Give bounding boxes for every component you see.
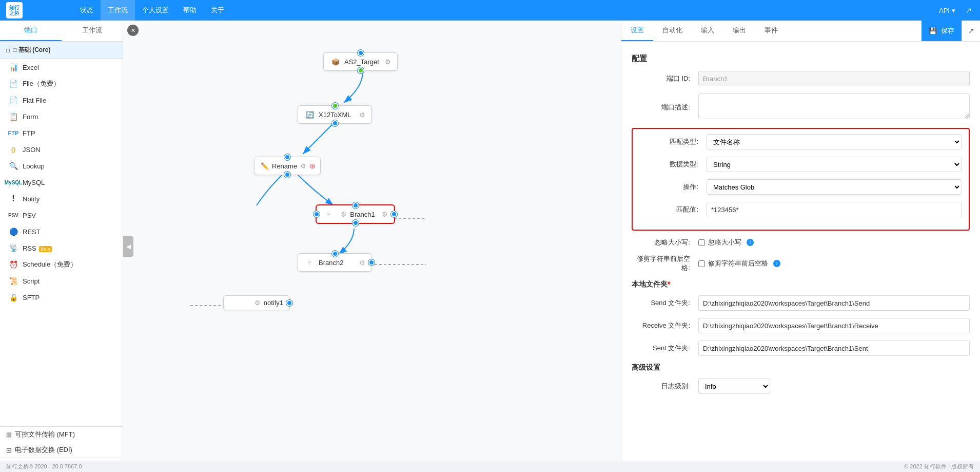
nav-settings[interactable]: 个人设置 — [135, 0, 176, 21]
port-desc-textarea[interactable] — [698, 93, 970, 119]
nav-status[interactable]: 状态 — [73, 0, 101, 21]
data-type-label: 数据类型: — [640, 160, 707, 169]
connector-top — [332, 103, 338, 109]
connector-right — [286, 300, 292, 306]
sidebar-item-mysql[interactable]: MySQL MySQL — [0, 174, 123, 191]
ftp-icon: FTP — [8, 128, 18, 138]
sidebar-item-excel[interactable]: 📊 Excel — [0, 59, 123, 75]
api-button[interactable]: API ▾ — [935, 7, 959, 14]
config-section-title: 配置 — [632, 54, 970, 64]
form-row-data-type: 数据类型: String Integer Boolean — [640, 157, 962, 172]
node-rename-stop[interactable]: ⊕ — [309, 162, 316, 170]
form-row-send-folder: Send 文件夹: — [632, 295, 970, 311]
canvas-toggle[interactable]: ◀ — [123, 236, 133, 257]
node-branch2[interactable]: ⑂ Branch2 ⚙ — [298, 253, 372, 272]
flow-canvas: 📦 AS2_Target ⚙ 🔄 X12ToXML ⚙ ✏️ Rename ⚙ … — [123, 21, 621, 472]
node-branch1-gear2[interactable]: ⚙ — [382, 211, 388, 218]
ignore-case-checkbox[interactable] — [698, 239, 705, 246]
nav-about[interactable]: 关于 — [204, 0, 231, 21]
node-x12toxml-gear[interactable]: ⚙ — [359, 111, 365, 119]
operation-label: 操作: — [640, 182, 707, 192]
sidebar-item-rest[interactable]: 🔵 REST — [0, 223, 123, 240]
psv-icon: PSV — [8, 210, 18, 220]
log-level-select[interactable]: Info Debug Warning Error — [698, 379, 770, 394]
receive-folder-control — [698, 318, 970, 333]
node-notify1-gear[interactable]: ⚙ — [254, 299, 261, 307]
sidebar-item-flatfile[interactable]: 📄 Flat File — [0, 92, 123, 108]
sidebar-item-lookup[interactable]: 🔍 Lookup — [0, 158, 123, 174]
ignore-case-label: 忽略大小写: — [632, 238, 698, 247]
panel-tab-output[interactable]: 输出 — [723, 21, 755, 41]
ignore-case-checkbox-label[interactable]: 忽略大小写 i — [698, 238, 970, 247]
sidebar-item-rss[interactable]: 📡 RSS Beta — [0, 240, 123, 256]
as2target-icon: 📦 — [330, 56, 341, 67]
mysql-icon: MySQL — [8, 177, 18, 187]
operation-select[interactable]: Matches Glob Equals Contains — [707, 179, 962, 195]
notify-icon: ! — [8, 194, 18, 204]
save-button[interactable]: 💾 💾 保存 保存 — [922, 21, 962, 41]
log-level-control: Info Debug Warning Error — [698, 379, 970, 394]
external-link-icon[interactable]: ↗ — [964, 5, 974, 15]
match-type-select[interactable]: 文件名称 文件大小 文件日期 — [707, 134, 962, 149]
sidebar-item-sftp[interactable]: 🔒 SFTP — [0, 289, 123, 306]
match-type-control: 文件名称 文件大小 文件日期 — [707, 134, 962, 149]
sidebar-item-form[interactable]: 📋 Form — [0, 108, 123, 125]
node-branch1-gear[interactable]: ⚙ — [341, 211, 347, 218]
panel-tab-event[interactable]: 事件 — [755, 21, 787, 41]
sidebar-item-script[interactable]: 📜 Script — [0, 273, 123, 289]
panel-body: 配置 端口 ID: 端口描述: 匹配类型: — [621, 42, 980, 472]
node-notify1[interactable]: ⚙ notify1 — [223, 295, 290, 310]
trim-checkbox-label[interactable]: 修剪字符串前后空格 i — [698, 259, 970, 268]
send-folder-label: Send 文件夹: — [632, 298, 698, 308]
node-x12toxml[interactable]: 🔄 X12ToXML ⚙ — [298, 105, 372, 124]
chevron-down-icon: ▾ — [952, 7, 955, 14]
data-type-select[interactable]: String Integer Boolean — [707, 157, 962, 172]
send-folder-input[interactable] — [698, 295, 970, 311]
node-as2target-gear[interactable]: ⚙ — [385, 58, 391, 66]
sidebar-item-edi[interactable]: ⊞ 电子数据交换 (EDI) — [0, 442, 123, 458]
node-branch2-gear[interactable]: ⚙ — [359, 259, 365, 267]
node-branch1[interactable]: ⑂ ⚙ Branch1 ⚙ — [316, 204, 395, 224]
trim-checkbox[interactable] — [698, 260, 705, 267]
node-rename-gear[interactable]: ⚙ — [300, 162, 306, 170]
sftp-icon: 🔒 — [8, 292, 18, 303]
advanced-title: 高级设置 — [632, 363, 970, 372]
log-level-label: 日志级别: — [632, 382, 698, 391]
panel-tab-settings[interactable]: 设置 — [621, 21, 653, 41]
nav-help[interactable]: 帮助 — [176, 0, 204, 21]
top-navigation: 知行之桥 状态 工作流 个人设置 帮助 关于 API ▾ ↗ — [0, 0, 980, 21]
node-as2target[interactable]: 📦 AS2_Target ⚙ — [323, 52, 398, 71]
close-panel-button[interactable]: ✕ — [127, 25, 139, 36]
tab-ports[interactable]: 端口 — [0, 21, 62, 41]
form-row-sent-folder: Sent 文件夹: — [632, 341, 970, 356]
trim-label: 修剪字符串前后空格: — [632, 254, 698, 273]
node-branch1-label: Branch1 — [350, 211, 375, 218]
sidebar-item-mft[interactable]: ⊞ 可控文件传输 (MFT) — [0, 427, 123, 442]
receive-folder-input[interactable] — [698, 318, 970, 333]
core-section-icon: □ — [6, 47, 10, 54]
connector-bottom — [332, 120, 338, 126]
port-id-input[interactable] — [698, 71, 970, 86]
match-value-input[interactable] — [707, 202, 962, 217]
node-branch2-label: Branch2 — [319, 259, 343, 267]
nav-workflow[interactable]: 工作流 — [101, 0, 135, 21]
trim-info-icon[interactable]: i — [773, 260, 780, 267]
panel-tab-input[interactable]: 输入 — [692, 21, 723, 41]
ignore-case-info-icon[interactable]: i — [747, 239, 754, 246]
node-x12toxml-label: X12ToXML — [319, 111, 351, 119]
port-id-control — [698, 71, 970, 86]
sent-folder-control — [698, 341, 970, 356]
schedule-icon: ⏰ — [8, 259, 18, 270]
sidebar-item-ftp[interactable]: FTP FTP — [0, 125, 123, 141]
panel-external-icon[interactable]: ↗ — [962, 21, 980, 41]
sidebar-item-schedule[interactable]: ⏰ Schedule（免费） — [0, 256, 123, 273]
node-rename[interactable]: ✏️ Rename ⚙ ⊕ — [254, 157, 321, 175]
panel-tab-automation[interactable]: 自动化 — [653, 21, 692, 41]
sidebar-item-file[interactable]: 📄 File（免费） — [0, 75, 123, 92]
sidebar-item-notify[interactable]: ! Notify — [0, 191, 123, 207]
sent-folder-input[interactable] — [698, 341, 970, 356]
sidebar-item-json[interactable]: {} JSON — [0, 141, 123, 158]
sidebar-item-psv[interactable]: PSV PSV — [0, 207, 123, 223]
form-row-match-value: 匹配值: — [640, 202, 962, 217]
tab-workflow[interactable]: 工作流 — [62, 21, 123, 41]
